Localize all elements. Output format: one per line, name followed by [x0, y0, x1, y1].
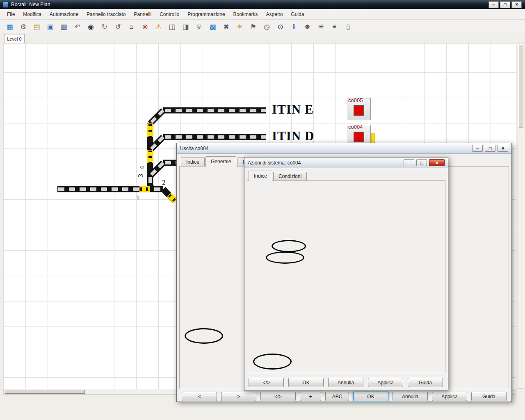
menu-aspetto[interactable]: Aspetto: [262, 10, 287, 19]
menu-programmazione[interactable]: Programmazione: [184, 10, 228, 19]
azioni-titlebar[interactable]: Azioni di sistema: co004 ─ ▢ ✖: [244, 158, 448, 168]
route-number-2: 2: [162, 178, 166, 187]
info-icon[interactable]: ℹ: [288, 21, 299, 32]
vertical-scrollbar[interactable]: [518, 43, 524, 389]
menu-file[interactable]: File: [3, 10, 18, 19]
ok-button[interactable]: OK: [353, 392, 388, 401]
menu-guida[interactable]: Guida: [287, 10, 308, 19]
minimize-icon[interactable]: ─: [404, 159, 414, 166]
uscita-title: Uscita co004: [180, 146, 208, 151]
title-bar: Rocrail: New Plan ─ ▢ ✖: [0, 0, 525, 9]
menu-modifica[interactable]: Modifica: [19, 10, 45, 19]
menu-pannello-tracciato[interactable]: Pannello tracciato: [83, 10, 129, 19]
h-scroll-thumb[interactable]: [5, 390, 85, 394]
v-scroll-thumb[interactable]: [518, 44, 523, 128]
uscita-button-row: < > </> + ABC OK Annulla Applica Guida: [182, 392, 508, 401]
applica-button[interactable]: Applica: [368, 378, 403, 387]
guida-button[interactable]: Guida: [471, 392, 507, 401]
applica-button[interactable]: Applica: [432, 392, 467, 401]
workspace-icon[interactable]: ▦: [4, 21, 15, 32]
maximize-icon[interactable]: ▢: [500, 1, 510, 8]
next-button[interactable]: >: [221, 392, 256, 401]
routes-icon[interactable]: ✖: [221, 21, 232, 32]
train-icon[interactable]: ◫: [167, 21, 178, 32]
properties-icon[interactable]: ⚙: [18, 21, 29, 32]
menu-automazione[interactable]: Automazione: [46, 10, 82, 19]
uscita-titlebar[interactable]: Uscita co004 ─ ▢ ✖: [177, 143, 511, 154]
brightness-icon[interactable]: ☀: [234, 21, 245, 32]
toolbar: ▦ ⚙ ▤ ▣ ▥ ↶ ◉ ↻ ↺ ⌂ ⊗ ⚠ ◫ ◨ ☺ ▩ ✖ ☀ ⚑ ◷ …: [0, 20, 525, 34]
route-number-1: 1: [136, 194, 140, 202]
home-icon[interactable]: ⌂: [126, 21, 137, 32]
undo-icon[interactable]: ↶: [72, 21, 83, 32]
route-label-itin-e: ITIN E: [272, 102, 314, 117]
annotation-ellipse-stato: [266, 251, 304, 264]
print-icon[interactable]: ▥: [58, 21, 69, 32]
stop-icon[interactable]: ⊗: [139, 21, 151, 32]
tab-generale[interactable]: Generale: [205, 156, 236, 167]
signal-label-co004: co004: [348, 124, 363, 130]
route-number-3: 3: [137, 174, 145, 178]
red-light-icon: [354, 105, 364, 116]
close-icon[interactable]: ✖: [498, 145, 508, 152]
azioni-button-row: </> OK Annulla Applica Guida: [249, 378, 445, 387]
azioni-tab-panel: [247, 180, 445, 373]
guida-button[interactable]: Guida: [408, 378, 443, 387]
rotate-icon[interactable]: ↺: [112, 21, 123, 32]
app-icon: [2, 2, 9, 8]
red-light-icon: [354, 132, 364, 142]
loco-icon[interactable]: ◨: [180, 21, 191, 32]
annulla-button[interactable]: Annulla: [328, 378, 363, 387]
minimize-icon[interactable]: ─: [472, 145, 483, 152]
xml-button[interactable]: </>: [260, 392, 296, 401]
output-button-co005[interactable]: co005: [347, 98, 371, 120]
clock-icon[interactable]: ◷: [261, 21, 272, 32]
tab-indice[interactable]: Indice: [249, 171, 272, 181]
tab-level-0[interactable]: Level 0: [4, 34, 25, 43]
route-label-itin-d: ITIN D: [272, 129, 314, 144]
menu-controllo[interactable]: Controllo: [156, 10, 183, 19]
maximize-icon[interactable]: ▢: [416, 159, 427, 166]
debug-icon[interactable]: ✳: [315, 21, 326, 32]
users-icon[interactable]: ☻: [302, 21, 313, 32]
search-icon[interactable]: ⊙: [275, 21, 286, 32]
annulla-button[interactable]: Annulla: [393, 392, 428, 401]
emergency-icon[interactable]: ⚠: [153, 21, 164, 32]
annotation-ellipse-id: [272, 240, 306, 252]
clipboard-icon[interactable]: ▯: [342, 21, 354, 32]
xml-button[interactable]: </>: [249, 378, 284, 387]
log-icon[interactable]: ≡: [329, 21, 340, 32]
route-number-4: 4: [138, 166, 146, 170]
messages-icon[interactable]: ☺: [194, 21, 205, 32]
power-icon[interactable]: ◉: [85, 21, 96, 32]
close-icon[interactable]: ✖: [511, 1, 522, 8]
maximize-icon[interactable]: ▢: [485, 145, 495, 152]
tab-condizioni[interactable]: Condizioni: [273, 172, 307, 180]
minimize-icon[interactable]: ─: [488, 1, 499, 8]
sync-icon[interactable]: ↻: [99, 21, 110, 32]
menu-bookmarks[interactable]: Bookmarks: [230, 10, 262, 19]
ok-button[interactable]: OK: [288, 378, 324, 387]
save-icon[interactable]: ▣: [45, 21, 56, 32]
menu-bar: File Modifica Automazione Pannello tracc…: [0, 9, 525, 20]
annotation-ellipse-azioni: [185, 328, 223, 344]
signal-label-co005: co005: [348, 97, 363, 103]
panel-icon[interactable]: ▩: [207, 21, 218, 32]
menu-pannelli[interactable]: Pannelli: [130, 10, 155, 19]
add-button[interactable]: +: [300, 392, 321, 401]
open-icon[interactable]: ▤: [31, 21, 42, 32]
prev-button[interactable]: <: [182, 392, 217, 401]
signal-icon[interactable]: ⚑: [248, 21, 259, 32]
abc-button[interactable]: ABC: [325, 392, 349, 401]
close-icon[interactable]: ✖: [429, 159, 445, 166]
azioni-title: Azioni di sistema: co004: [248, 160, 301, 166]
annotation-ellipse-aggiungi: [253, 354, 292, 370]
tab-indice[interactable]: Indice: [181, 158, 205, 166]
window-title: Rocrail: New Plan: [11, 2, 50, 7]
